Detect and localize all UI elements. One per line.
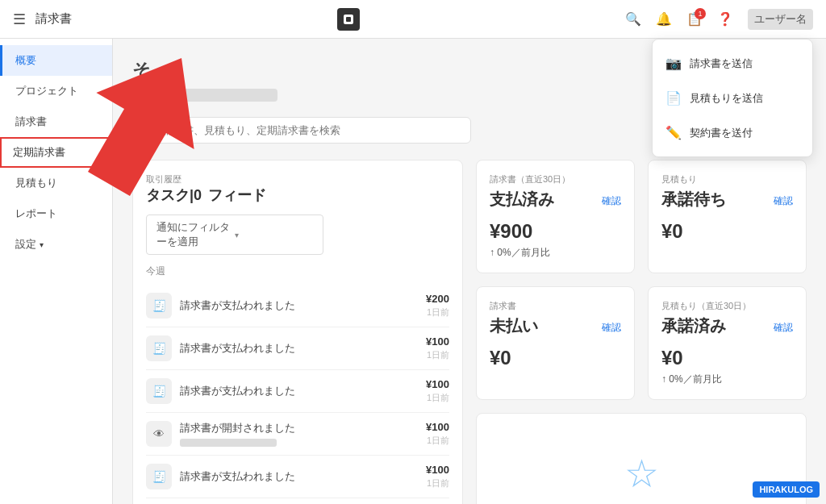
feed-subtitle: フィード [208,185,266,205]
feed-item-time: 1日前 [426,435,449,447]
list-item: 🧾 請求書が支払われました ¥100 1日前 [146,370,449,413]
invoice-icon: 🧾 [146,378,172,404]
sidebar-item-settings[interactable]: 設定 ▾ [0,229,112,260]
content-grid: 取引履歴 タスク|0 フィード 通知にフィルターを適用 ▾ 今週 [132,160,807,504]
unpaid-header: 未払い 確認 [490,315,621,340]
list-item: 🧾 請求書が支払われました ¥100 1日前 [146,456,449,498]
estimates-approved-title: 承諾済み [661,315,726,337]
estimates-approved-percent: ↑ 0%／前月比 [661,373,793,386]
feed-item-amount: ¥100 1日前 [426,464,449,489]
chevron-down-icon: ▾ [235,231,313,240]
dropdown-menu: 📷 請求書を送信 📄 見積もりを送信 ✏️ 契約書を送付 [652,39,813,157]
calendar-icon[interactable]: 📋 1 [686,11,703,27]
estimates-approved-header: 承諾済み 確認 [661,315,793,340]
paid-confirm[interactable]: 確認 [602,194,621,208]
feed-section-label: 今週 [146,264,449,278]
header: ☰ 請求書 🔍 🔔 📋 1 ❓ ユーザー名 [0,0,826,39]
sidebar-item-projects[interactable]: プロジェクト [0,76,112,106]
sidebar-item-recurring[interactable]: 定期請求書 [0,137,112,168]
header-left: ☰ 請求書 [13,10,72,28]
search-icon[interactable]: 🔍 [625,11,641,27]
estimates-approved-card: 見積もり（直近30日） 承諾済み 確認 ¥0 ↑ 0%／前月比 [648,286,807,400]
header-center [72,8,625,31]
sidebar-item-overview[interactable]: 概要 [0,45,112,76]
username-display[interactable]: ユーザー名 [748,9,813,30]
send-contract-item[interactable]: ✏️ 契約書を送付 [653,115,812,150]
sidebar-item-invoices[interactable]: 請求書 [0,106,112,137]
estimates-pending-confirm[interactable]: 確認 [774,194,793,208]
watermark: HIRAKULOG [753,481,820,498]
paid-percent: ↑ 0%／前月比 [490,246,621,260]
feed-item-text: 請求書が開封されました [180,421,426,435]
bottom-stats-row: 請求書 未払い 確認 ¥0 見積もり（直近30日） 承諾済み 確認 [476,286,807,400]
help-icon[interactable]: ❓ [717,11,733,27]
invoice-icon: 🧾 [146,335,172,361]
search-bar-icon: 🔍 [143,124,156,136]
feed-item-amount: ¥200 1日前 [426,293,449,319]
feed-item-content: 請求書が支払われました [180,298,426,313]
estimates-pending-header: 承諾待ち 確認 [661,189,793,214]
estimates-pending-label: 見積もり [661,173,793,185]
feed-item-value: ¥100 [426,335,449,348]
invoice-icon: 🧾 [146,464,172,489]
unpaid-label: 請求書 [490,300,621,312]
feed-item-value: ¥100 [426,378,449,390]
blurred-user-name [132,89,277,102]
header-right: 🔍 🔔 📋 1 ❓ ユーザー名 [625,9,813,30]
paid-header: 支払済み 確認 [490,189,621,214]
feed-filter-bar: 通知にフィルターを適用 ▾ [146,215,449,255]
app-logo [337,8,360,31]
send-invoice-icon: 📷 [665,56,682,71]
estimates-pending-amount: ¥0 [661,220,793,243]
send-invoice-item[interactable]: 📷 請求書を送信 [653,46,812,81]
sidebar-item-estimates[interactable]: 見積もり [0,168,112,198]
svg-rect-2 [346,17,351,22]
feed-item-content: 請求書が開封されました [180,421,426,447]
feed-item-text: 請求書が支払われました [180,298,426,313]
estimates-approved-amount: ¥0 [661,347,793,369]
feed-header: 取引履歴 タスク|0 フィード [146,173,449,205]
list-item: 👁 請求書が開封されました ¥100 1日前 [146,413,449,456]
settings-label: 設定 [15,237,36,252]
feed-filter-dropdown[interactable]: 通知にフィルターを適用 ▾ [146,215,323,255]
search-input[interactable] [162,124,461,136]
feed-item-content: 請求書が支払われました [180,384,426,398]
feed-filter-label: 通知にフィルターを適用 [156,220,235,249]
stats-col: 請求書（直近30日） 支払済み 確認 ¥900 ↑ 0%／前月比 見積もり 承諾… [476,160,807,504]
send-estimate-icon: 📄 [665,90,682,106]
bell-icon[interactable]: 🔔 [656,11,672,27]
feed-item-amount: ¥100 1日前 [426,378,449,404]
estimates-pending-title: 承諾待ち [661,189,726,210]
list-item: 🧾 請求書が支払われました ¥200 1日前 [146,285,449,327]
feed-item-time: 1日前 [426,392,449,404]
feed-item-time: 1日前 [426,306,449,319]
estimates-pending-card: 見積もり 承諾待ち 確認 ¥0 [648,160,807,273]
menu-icon[interactable]: ☰ [13,10,26,28]
sidebar: 概要 プロジェクト 請求書 定期請求書 見積もり レポート 設定 ▾ [0,39,113,504]
search-bar[interactable]: 🔍 [132,117,471,144]
eye-icon: 👁 [146,421,172,447]
send-invoice-label: 請求書を送信 [690,56,753,71]
feed-item-text: 請求書が支払われました [180,469,426,484]
unpaid-confirm[interactable]: 確認 [602,321,621,335]
unpaid-card: 請求書 未払い 確認 ¥0 [476,286,635,400]
blurred-subtext [180,439,277,447]
list-item: 👁 請求書が開封されました ¥100 [146,498,449,504]
list-item: 🧾 請求書が支払われました ¥100 1日前 [146,327,449,370]
sidebar-item-reports[interactable]: レポート [0,198,112,229]
estimates-approved-confirm[interactable]: 確認 [774,321,793,335]
feed-item-value: ¥100 [426,421,449,433]
star-icon: ☆ [624,451,659,496]
feed-item-time: 1日前 [426,349,449,361]
send-estimate-item[interactable]: 📄 見積もりを送信 [653,81,812,115]
paid-card: 請求書（直近30日） 支払済み 確認 ¥900 ↑ 0%／前月比 [476,160,635,273]
feed-tag: 取引履歴 [146,173,266,185]
notification-badge: 1 [695,8,706,19]
top-stats-row: 請求書（直近30日） 支払済み 確認 ¥900 ↑ 0%／前月比 見積もり 承諾… [476,160,807,273]
estimates-approved-label: 見積もり（直近30日） [661,300,793,312]
paid-title: 支払済み [490,189,554,210]
paid-amount: ¥900 [490,220,621,243]
feed-title: タスク|0 [146,185,202,205]
feed-item-value: ¥200 [426,293,449,305]
feed-section: 取引履歴 タスク|0 フィード [146,173,266,205]
